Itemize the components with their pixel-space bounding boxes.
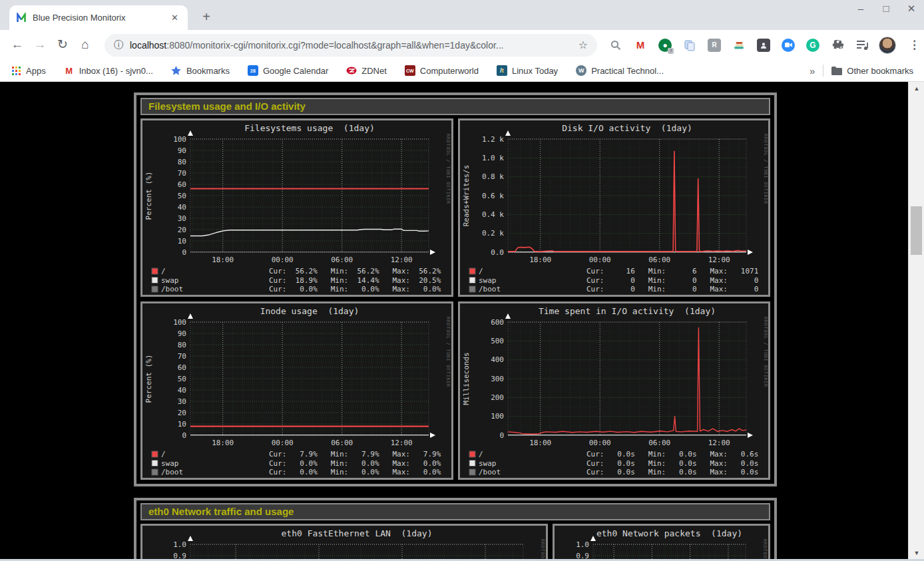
legend-label: /boot	[161, 285, 183, 293]
x-tick-label: 00:00	[588, 439, 610, 447]
scroll-down-icon[interactable]: ▼	[909, 548, 924, 558]
new-tab-button[interactable]: +	[197, 8, 216, 27]
legend-swatch	[152, 286, 158, 292]
y-tick-label: 50	[178, 192, 186, 200]
x-tick-label: 12:00	[391, 256, 413, 264]
legend-label: /boot	[479, 285, 501, 293]
legend-values: Cur: 7.9% Min: 7.9% Max: 7.9%	[269, 450, 441, 459]
x-tick-label: 06:00	[331, 256, 353, 264]
legend-label: /boot	[161, 468, 183, 476]
chart-eth0-packets[interactable]: 1.00.90.80.70.60.50.40.30.20.10.018:0000…	[553, 524, 770, 561]
browser-menu-icon[interactable]: ⋮	[905, 38, 924, 52]
maximize-icon[interactable]: □	[879, 3, 893, 15]
vertical-scrollbar[interactable]: ▲ ▼	[908, 82, 924, 561]
y-axis-label: Percent (%)	[144, 172, 153, 220]
chart-inode-usage[interactable]: 100908070605040302010018:0000:0006:0012:…	[140, 301, 453, 480]
legend-swatch	[469, 278, 475, 283]
y-axis-label: Percent (%)	[144, 355, 153, 403]
chart-svg-filesystems-usage[interactable]: 100908070605040302010018:0000:0006:0012:…	[142, 120, 451, 295]
bookmark-practical-tech[interactable]: W Practical Technol...	[576, 65, 664, 76]
series-/	[508, 151, 746, 252]
apps-grid-icon	[11, 65, 21, 76]
linux-today-favicon-icon: /t	[497, 65, 507, 76]
y-tick-label: 20	[178, 409, 186, 417]
bookmark-zdnet[interactable]: ZDNet	[346, 65, 387, 76]
reload-icon[interactable]: ↻	[51, 34, 74, 57]
url-text: localhost:8080/monitorix-cgi/monitorix.c…	[130, 40, 573, 51]
y-tick-label: 1.0 k	[481, 154, 503, 162]
chart-svg-eth0-packets[interactable]: 1.00.90.80.70.60.50.40.30.20.10.018:0000…	[555, 526, 768, 561]
chart-time-in-io[interactable]: 600500400300200100018:0000:0006:0012:00T…	[458, 301, 771, 480]
legend-values: Cur: 18.9% Min: 14.4% Max: 20.5%	[269, 276, 441, 285]
chart-svg-disk-io-activity[interactable]: 1.2 k1.0 k0.8 k0.6 k0.4 k0.2 k0.018:0000…	[460, 120, 769, 295]
chart-svg-inode-usage[interactable]: 100908070605040302010018:0000:0006:0012:…	[142, 303, 451, 478]
x-axis-arrow-icon	[748, 250, 753, 255]
bookmark-apps[interactable]: Apps	[11, 65, 46, 76]
legend-swatch	[152, 451, 158, 457]
legend-values: Cur: 0.0% Min: 0.0% Max: 0.0%	[269, 468, 441, 476]
rrdtool-watermark: RRDTOOL / TOBI OETIKER	[445, 317, 451, 387]
legend-swatch	[469, 469, 475, 475]
site-info-icon[interactable]: ⓘ	[114, 39, 123, 51]
bookmark-computerworld[interactable]: CW Computerworld	[405, 65, 479, 76]
scrollbar-thumb[interactable]	[911, 206, 922, 255]
calendar-favicon-icon: 28	[248, 65, 258, 76]
chart-title: eth0 FastEthernet LAN (1day)	[282, 528, 433, 538]
x-tick-label: 12:00	[391, 439, 413, 447]
dark-app-extension-icon[interactable]	[756, 37, 772, 53]
x-tick-label: 06:00	[331, 439, 353, 447]
copy-pages-extension-icon[interactable]	[682, 37, 698, 53]
y-axis-arrow-icon	[505, 130, 511, 136]
browser-tab[interactable]: Blue Precision Monitorix ✕	[9, 5, 188, 30]
bookmark-google-calendar[interactable]: 28 Google Calendar	[248, 65, 328, 76]
chart-disk-io-activity[interactable]: 1.2 k1.0 k0.8 k0.6 k0.4 k0.2 k0.018:0000…	[458, 118, 771, 297]
forward-icon[interactable]: →	[29, 34, 51, 57]
x-tick-label: 00:00	[272, 439, 294, 447]
grammarly-extension-icon[interactable]: G	[805, 37, 821, 53]
scroll-up-icon[interactable]: ▲	[909, 83, 924, 94]
y-tick-label: 0.2 k	[481, 229, 503, 238]
bookmarks-overflow-icon[interactable]: »	[809, 65, 815, 77]
star-favicon-icon	[171, 65, 182, 76]
legend-label: swap	[161, 459, 179, 468]
legend-values: Cur: 0.0% Min: 0.0% Max: 0.0%	[269, 459, 441, 468]
y-tick-label: 30	[178, 397, 186, 406]
other-bookmarks-button[interactable]: Other bookmarks	[831, 65, 913, 76]
profile-avatar[interactable]	[879, 37, 896, 54]
y-tick-label: 100	[173, 318, 186, 327]
gmail-extension-icon[interactable]: M	[632, 37, 648, 53]
address-bar[interactable]: ⓘ localhost:8080/monitorix-cgi/monitorix…	[105, 34, 597, 57]
chart-filesystems-usage[interactable]: 100908070605040302010018:0000:0006:0012:…	[140, 118, 453, 297]
y-tick-label: 30	[178, 214, 186, 223]
legend-label: /boot	[479, 468, 501, 476]
bookmarks-separator	[823, 65, 823, 77]
close-icon[interactable]: ✕	[904, 3, 919, 15]
playlist-extension-icon[interactable]	[854, 37, 870, 53]
home-icon[interactable]: ⌂	[74, 34, 97, 57]
legend-swatch	[469, 268, 475, 274]
y-tick-label: 80	[178, 341, 186, 349]
y-tick-label: 300	[491, 375, 504, 383]
bookmark-bookmarks[interactable]: Bookmarks	[171, 65, 230, 76]
chart-svg-eth0-lan[interactable]: 1.00.90.80.70.60.50.40.30.20.10.018:0000…	[142, 526, 546, 561]
extensions-puzzle-icon[interactable]	[829, 37, 845, 53]
legend-values: Cur: 16 Min: 6 Max: 1071	[586, 267, 758, 276]
books-extension-icon[interactable]	[731, 37, 747, 53]
browser-window: Blue Precision Monitorix ✕ + – □ ✕ ← → ↻…	[0, 0, 924, 561]
bookmark-linux-today[interactable]: /t Linux Today	[497, 65, 558, 76]
chart-eth0-lan[interactable]: 1.00.90.80.70.60.50.40.30.20.10.018:0000…	[140, 524, 548, 561]
bookmark-star-icon[interactable]: ☆	[578, 39, 588, 51]
chart-svg-time-in-io[interactable]: 600500400300200100018:0000:0006:0012:00T…	[460, 303, 769, 478]
bookmarks-right-group: » Other bookmarks	[809, 65, 913, 77]
tab-close-icon[interactable]: ✕	[168, 11, 181, 24]
legend-values: Cur: 0 Min: 0 Max: 0	[586, 276, 758, 285]
r-extension-icon[interactable]: R	[706, 37, 722, 53]
bookmark-inbox[interactable]: M Inbox (16) - sjvn0...	[64, 65, 153, 76]
video-call-extension-icon[interactable]	[780, 37, 796, 53]
legend-swatch	[152, 278, 158, 283]
search-extension-icon[interactable]	[608, 37, 624, 53]
url-rest: :8080/monitorix-cgi/monitorix.cgi?mode=l…	[166, 40, 503, 51]
minimize-icon[interactable]: –	[853, 3, 868, 15]
back-icon[interactable]: ←	[6, 34, 29, 57]
chat-extension-icon[interactable]: ● ?	[657, 37, 673, 53]
